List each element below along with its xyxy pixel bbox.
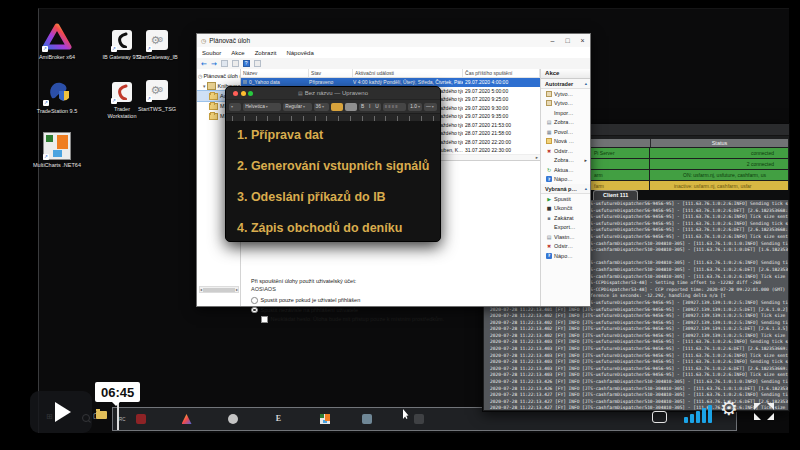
list-style-select[interactable]: —▾ xyxy=(424,103,437,111)
close-traffic-light[interactable] xyxy=(233,91,238,96)
scrollbar-thumb[interactable] xyxy=(203,288,235,292)
action-item[interactable]: ? Nápo… xyxy=(541,175,590,185)
tab-client[interactable]: Client 111 xyxy=(593,190,638,200)
forward-icon[interactable]: → xyxy=(211,60,217,68)
action-item[interactable]: ▤ Vlastn… xyxy=(541,232,590,242)
column-header-next-run[interactable]: Čas příštího spuštění xyxy=(463,69,540,77)
alignment-buttons[interactable]: ≡ ≡ ≡ ≡ xyxy=(383,103,406,111)
play-button[interactable] xyxy=(30,391,92,433)
action-item[interactable]: ■ Ukončit xyxy=(541,204,590,214)
action-item[interactable]: Export… xyxy=(541,223,590,233)
taskbar-multicharts-icon[interactable] xyxy=(320,414,330,424)
checkbox-no-password[interactable] xyxy=(261,316,268,323)
minimize-button[interactable]: – xyxy=(545,34,560,47)
video-player: ↗ AmiBroker x64 ↗ IB Gateway 972 ⚙⚙ ↗ St… xyxy=(0,0,800,450)
action-item[interactable]: ▶ Spustit xyxy=(541,194,590,204)
background-color-well[interactable] xyxy=(345,103,357,111)
show-hide-icon[interactable] xyxy=(221,60,228,67)
folder-icon xyxy=(209,103,218,110)
volume-control[interactable] xyxy=(684,404,712,423)
tree-item-root[interactable]: ◷ Plánovač úloh (Místní) xyxy=(197,71,240,81)
action-item[interactable]: Zobra… ▸ xyxy=(541,156,590,166)
radio-independent[interactable] xyxy=(251,307,258,314)
log-line: 2020-07-28 11:22:13.403 [FY] INFO [JTS-u… xyxy=(490,353,788,360)
action-item[interactable]: ▪ Zakázat xyxy=(541,213,590,223)
collapse-icon[interactable]: ▴ xyxy=(585,186,587,191)
column-header-state[interactable]: Stav xyxy=(309,69,353,77)
font-style-select[interactable]: Regular▾ xyxy=(283,103,311,111)
action-item[interactable]: Nová … xyxy=(541,137,590,147)
taskbar-app-icon[interactable]: E xyxy=(274,414,284,424)
bold-italic-underline-buttons[interactable]: BIU xyxy=(359,103,381,111)
minimize-traffic-light[interactable] xyxy=(241,91,246,96)
action-item[interactable]: ↻ Aktua… xyxy=(541,165,590,175)
radio-logged-in[interactable] xyxy=(251,297,258,304)
action-label: Zakázat xyxy=(554,215,574,221)
taskbar-amibroker-icon[interactable] xyxy=(182,414,192,424)
action-item[interactable]: ▦ Povol… xyxy=(541,127,590,137)
action-item[interactable]: ? Nápo… xyxy=(541,251,590,261)
seekbar-playhead[interactable] xyxy=(117,402,119,430)
textedit-title-bar[interactable]: ▤ Bez názvu — Upraveno xyxy=(226,87,440,99)
taskbar-app-icon[interactable] xyxy=(228,414,238,424)
actions-group-autotrader[interactable]: Autotrader ▴ xyxy=(541,79,590,89)
back-icon[interactable]: ← xyxy=(201,60,207,68)
textedit-window: ▤ Bez názvu — Upraveno ▾ Helvetica▾ Regu… xyxy=(225,86,441,242)
desktop-icon-label: StartGateway_IB xyxy=(135,54,179,61)
font-size-select[interactable]: 36▾ xyxy=(314,103,329,111)
zoom-traffic-light[interactable] xyxy=(248,91,253,96)
title-bar[interactable]: ◷ Plánovač úloh – □ × xyxy=(197,34,590,48)
column-header-name[interactable]: Název xyxy=(241,69,309,77)
action-item[interactable]: Impor… xyxy=(541,108,590,118)
scroll-right-icon[interactable]: ▸ xyxy=(536,155,538,160)
line-spacing-select[interactable]: 1.0▾ xyxy=(408,103,422,111)
taskbar-app-icon[interactable] xyxy=(362,414,372,424)
font-family-select[interactable]: Helvetica▾ xyxy=(243,103,281,111)
style-menu[interactable]: ▾ xyxy=(229,103,241,111)
export-list-icon[interactable] xyxy=(232,60,239,67)
close-button[interactable]: × xyxy=(575,34,590,47)
tree-horizontal-scrollbar[interactable]: ◂ ▸ xyxy=(199,286,239,293)
action-item[interactable]: Vytvo… xyxy=(541,89,590,99)
menu-item[interactable]: Soubor xyxy=(197,50,226,56)
column-header-triggers[interactable]: Aktivační události xyxy=(353,69,463,77)
action-item[interactable]: ✖ Odstr… xyxy=(541,146,590,156)
menu-item[interactable]: Zobrazit xyxy=(250,50,282,56)
menu-item[interactable]: Akce xyxy=(226,50,249,56)
picture-in-picture-icon[interactable] xyxy=(652,411,667,423)
desktop-icon-start-gateway[interactable]: ⚙⚙ ↗ StartGateway_IB xyxy=(135,28,179,61)
desktop-icon-tradestation[interactable]: ↗ TradeStation 9.5 xyxy=(30,76,84,115)
desktop-icon-amibroker[interactable]: ↗ AmiBroker x64 xyxy=(30,22,84,61)
maximize-button[interactable]: □ xyxy=(560,34,575,47)
scroll-left-icon[interactable]: ◂ xyxy=(200,287,202,292)
action-item[interactable]: ▤ Zobra… xyxy=(541,118,590,128)
action-item[interactable]: Vytvo… xyxy=(541,99,590,109)
taskbar-label: RC xyxy=(119,417,126,422)
shortcut-arrow-icon: ↗ xyxy=(111,46,117,52)
textedit-document[interactable]: 1. Příprava dat2. Generování vstupních s… xyxy=(226,121,440,241)
actions-group-selected[interactable]: Vybraná p… ▴ xyxy=(541,184,590,194)
task-list-header[interactable]: Název Stav Aktivační události Čas příští… xyxy=(241,69,540,78)
taskbar-app-icon[interactable] xyxy=(414,414,424,424)
menu-item[interactable]: Nápověda xyxy=(281,50,318,56)
action-label: Impor… xyxy=(554,110,574,116)
action-icon: ✖ xyxy=(546,243,552,249)
shortcut-arrow-icon: ↗ xyxy=(146,96,152,102)
desktop-icon-multicharts[interactable]: ↗ MultiCharts .NET64 xyxy=(30,132,84,169)
desktop-icon-start-tws[interactable]: ⚙⚙ ↗ StartTWS_TSG xyxy=(135,76,179,113)
chevron-down-icon[interactable]: ▾ xyxy=(203,83,206,89)
view-icon[interactable] xyxy=(254,60,261,67)
amibroker-icon: ↗ xyxy=(30,22,84,52)
settings-gear-icon[interactable]: ⚙ xyxy=(720,397,738,419)
action-item[interactable]: ✖ Odstr… xyxy=(541,242,590,252)
fullscreen-icon[interactable] xyxy=(754,403,774,424)
help-icon[interactable]: ? xyxy=(243,60,250,67)
collapse-icon[interactable]: ▴ xyxy=(585,81,587,86)
folder-icon[interactable] xyxy=(96,411,107,419)
log-line: 2020-07-28 11:22:13.426 [FY] INFO [JTS-c… xyxy=(490,379,788,386)
tree-item-label: Plánovač úloh (Místní) xyxy=(203,73,241,79)
text-color-well[interactable] xyxy=(331,103,343,111)
taskbar-app-icon[interactable] xyxy=(136,414,146,424)
action-label: Nová … xyxy=(554,138,574,144)
scroll-right-icon[interactable]: ▸ xyxy=(236,287,238,292)
